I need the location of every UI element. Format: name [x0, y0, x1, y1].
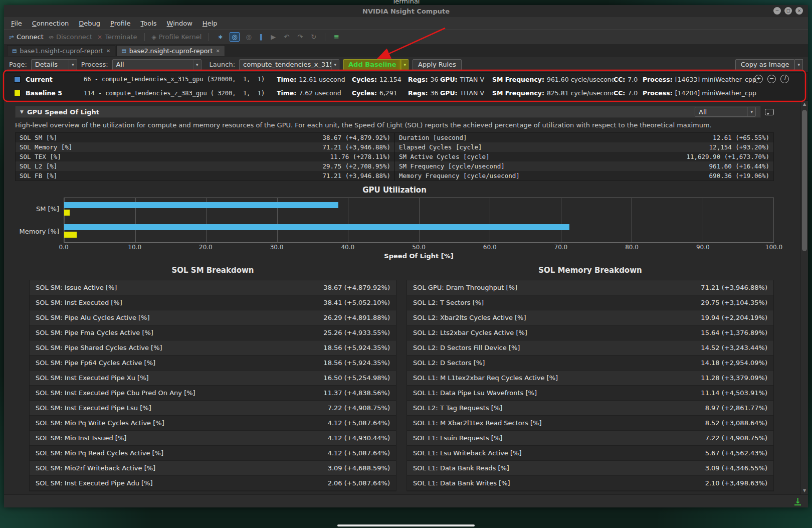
tab-base1-report[interactable]: ▤ base1.nsight-cuprof-report ✕: [7, 45, 115, 56]
comment-icon[interactable]: [765, 109, 774, 115]
section-filter-value: All: [699, 108, 747, 116]
step-back-icon[interactable]: ↶: [282, 33, 291, 41]
metric-name: SOL L2: Lts2xbar Cycles Active [%]: [413, 329, 527, 336]
menu-item[interactable]: File: [11, 20, 22, 27]
tab-base2-report[interactable]: ▤ base2.nsight-cuprof-report ✕: [116, 45, 225, 56]
metric-value: 71.21 (+3,946.88%): [323, 171, 390, 181]
process-label: Process:: [643, 89, 673, 97]
chart-tick-label: 70.0: [554, 244, 568, 251]
collapse-icon[interactable]: ▼: [20, 109, 24, 114]
chart-x-axis-label: Speed Of Light [%]: [64, 252, 774, 260]
chart-category-label-sm: SM [%]: [15, 198, 64, 220]
baseline-kernel-row[interactable]: Baseline 5 114 - compute_tendencies_z_38…: [4, 86, 808, 100]
process-select[interactable]: All ▾: [112, 59, 201, 70]
chart-tick-label: 0.0: [59, 244, 68, 251]
breakdown-row: SOL SM: Inst Executed Pipe Xu [%] 16.50 …: [30, 371, 396, 386]
info-icon[interactable]: i: [780, 75, 789, 83]
menu-item[interactable]: Debug: [79, 20, 100, 27]
sm-frequency-label: SM Frequency:: [492, 89, 544, 97]
metric-name: Memory Frequency [cycle/usecond]: [399, 171, 520, 181]
close-button[interactable]: ×: [795, 7, 803, 15]
maximize-button[interactable]: ◻: [784, 7, 792, 15]
cycles-value: 6,291: [379, 89, 397, 97]
tab-close-icon[interactable]: ✕: [106, 48, 110, 54]
title-bar[interactable]: NVIDIA Nsight Compute − ◻ ×: [4, 5, 808, 17]
breakdown-row: SOL SM: Inst Executed Pipe Lsu [%] 7.22 …: [30, 401, 396, 416]
step-forward-icon[interactable]: ↷: [296, 33, 304, 41]
breakdown-row: SOL SM: Pipe Fma Cycles Active [%] 25.26…: [30, 325, 396, 340]
refresh-icon[interactable]: ↻: [309, 33, 318, 41]
metric-value: 71.21 (+3,946.88%): [323, 142, 390, 152]
metric-value: 4.12 (+5,087.64%): [328, 419, 390, 427]
metric-name: SOL L1: Data Bank Writes [%]: [413, 479, 510, 487]
pause-icon[interactable]: ‖: [258, 33, 265, 41]
metric-value: 38.67 (+4,879.92%): [323, 284, 390, 291]
sol-metric-row: Memory Frequency [cycle/usecond] 690.36 …: [395, 171, 773, 181]
page-select[interactable]: Details ▾: [31, 59, 77, 70]
metric-value: 11.37 (+4,838.56%): [323, 389, 390, 397]
add-baseline-button[interactable]: Add Baseline: [343, 59, 401, 70]
zoom-in-icon[interactable]: +: [754, 75, 763, 83]
freeze-api-icon[interactable]: ∗: [216, 33, 225, 41]
breakdown-row: SOL L1: Data Bank Writes [%] 2.10 (+3,49…: [407, 476, 773, 491]
breakdown-row: SOL SM: Mio2rf Writeback Active [%] 3.09…: [30, 461, 396, 476]
gpu-utilization-chart: GPU Utilization SM [%] Memory [%]: [15, 186, 774, 260]
metric-name: SOL SM: Inst Executed Pipe Lsu [%]: [36, 404, 151, 412]
chart-category-label-memory: Memory [%]: [15, 220, 64, 243]
report-controls-row: Page: Details ▾ Process: All ▾ Launch: c…: [4, 56, 808, 72]
connect-button[interactable]: ⇌ Connect: [9, 33, 44, 41]
metric-value: 11.28 (+3,379.09%): [701, 374, 767, 382]
scroll-up-icon[interactable]: ▲: [801, 101, 808, 108]
gpu-label: GPU:: [440, 89, 458, 97]
menu-item[interactable]: Connection: [32, 20, 69, 27]
menu-item[interactable]: Profile: [110, 20, 130, 27]
current-kernel-row[interactable]: Current 66 - compute_tendencies_x_315_gp…: [4, 73, 808, 86]
vertical-scrollbar[interactable]: ▲ ▼: [800, 101, 808, 494]
gpu-value: TITAN V: [460, 89, 484, 97]
report-doc-icon: ▤: [121, 48, 126, 54]
copy-as-image-dropdown-icon[interactable]: ▾: [794, 59, 803, 70]
profile-kernel-label: Profile Kernel: [159, 33, 201, 41]
sol-metric-row: SOL FB [%] 71.21 (+3,946.88%): [16, 171, 394, 181]
profile-kernel-button[interactable]: ◈ Profile Kernel: [152, 33, 202, 41]
metric-value: 8.97 (+2,861.77%): [705, 404, 767, 412]
add-baseline-dropdown-icon[interactable]: ▾: [401, 59, 409, 70]
copy-as-image-button[interactable]: Copy as Image: [735, 59, 795, 70]
metric-value: 19.94 (+2,204.19%): [701, 314, 767, 321]
report-content: ▼ GPU Speed Of Light All ▾ High-level ov…: [4, 100, 808, 494]
scrollbar-thumb[interactable]: [802, 110, 807, 251]
sm-frequency-value: 825.81 cycle/usecond: [547, 89, 614, 97]
metric-value: 7.22 (+4,908.75%): [705, 434, 767, 442]
download-icon[interactable]: ↓: [794, 497, 801, 505]
launch-select[interactable]: compute_tendencies_x_315_gpu ▾: [239, 59, 339, 70]
menu-item[interactable]: Tools: [141, 20, 157, 27]
time-label: Time:: [277, 89, 296, 97]
metric-name: SOL SM: Inst Executed [%]: [36, 299, 122, 306]
apply-rules-button[interactable]: Apply Rules: [413, 59, 462, 70]
gpu-sol-section-header[interactable]: ▼ GPU Speed Of Light All ▾: [15, 106, 761, 118]
zoom-out-icon[interactable]: −: [767, 75, 776, 83]
profile-series-icon[interactable]: ◎: [245, 33, 253, 41]
metric-value: 38.41 (+5,052.10%): [323, 299, 390, 306]
report-icon[interactable]: ≣: [332, 33, 341, 41]
menu-item[interactable]: Window: [167, 20, 192, 27]
tab-close-icon[interactable]: ✕: [216, 48, 220, 54]
sol-metric-row: SM Active Cycles [cycle] 11,629.90 (+1,6…: [395, 152, 773, 161]
disconnect-button[interactable]: ⇎ Disconnect: [49, 33, 92, 41]
resume-icon[interactable]: ▶: [269, 33, 277, 41]
metric-name: SOL SM: Mio Pq Write Cycles Active [%]: [36, 419, 164, 427]
window-controls: − ◻ ×: [773, 7, 803, 15]
menu-item[interactable]: Help: [202, 20, 218, 27]
metric-name: SOL L1: M Xbar2l1tex Read Sectors [%]: [413, 419, 542, 427]
cc-label: CC:: [614, 76, 625, 83]
auto-profile-icon[interactable]: ◎: [230, 32, 239, 42]
minimize-button[interactable]: −: [773, 7, 781, 15]
metric-name: SOL SM: Mio Pq Read Cycles Active [%]: [36, 449, 163, 457]
process-label: Process:: [643, 76, 673, 83]
metric-value: 11,629.90 (+1,673.70%): [686, 152, 769, 161]
terminate-button[interactable]: × Terminate: [97, 33, 137, 41]
section-filter-select[interactable]: All ▾: [695, 107, 756, 117]
chart-tick-label: 40.0: [341, 244, 354, 251]
scroll-down-icon[interactable]: ▼: [801, 487, 808, 494]
chart-plot: [64, 198, 774, 243]
